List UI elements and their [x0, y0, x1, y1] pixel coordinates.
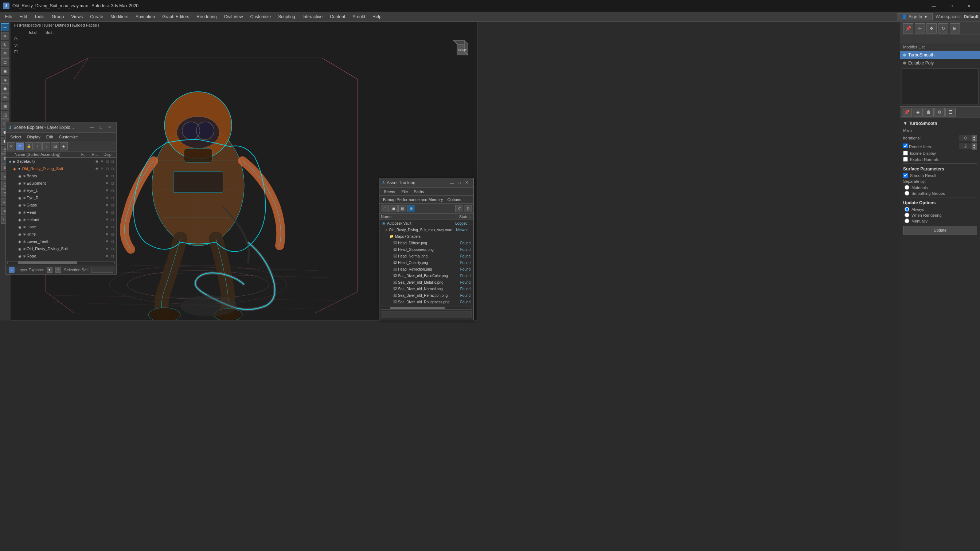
pin-modifier-btn[interactable]: 📌 [902, 108, 912, 116]
render2-icon[interactable]: ◻ [110, 224, 115, 229]
list-item[interactable]: 🖼 Sea_Diver_old_Roughness.png Found [379, 299, 473, 305]
freeze-icon[interactable]: ❄ [100, 159, 105, 164]
freeze2-icon[interactable]: ❅ [105, 254, 110, 259]
list-item[interactable]: ◉ ◉ Head ❅ ◻ [6, 209, 116, 216]
freeze2-icon[interactable]: ❅ [105, 188, 110, 193]
list-item[interactable]: 3 Old_Rusty_Diving_Suit_max_vray.max Net… [379, 227, 473, 233]
tool7-button[interactable]: ◈ [1, 76, 9, 84]
modifier-editablepoly[interactable]: Editable Poly [900, 59, 980, 67]
freeze2-icon[interactable]: ❅ [105, 181, 110, 186]
at-tb-btn4[interactable]: ⊞ [407, 205, 415, 212]
rp-btn-move[interactable]: ✥ [926, 23, 937, 33]
list-item[interactable]: ◉ ◉ Lower_Teeth ❅ ◻ [6, 238, 116, 245]
menu-customize[interactable]: Customize [247, 13, 275, 21]
render-icon[interactable]: ◻ [105, 166, 110, 171]
se-tb-btn5[interactable]: ↓ [42, 142, 50, 151]
list-item[interactable]: 🖼 Head_Opacity.png Found [379, 259, 473, 266]
isoline-checkbox[interactable] [903, 151, 908, 156]
menu-rendering[interactable]: Rendering [193, 13, 220, 21]
configure-btn[interactable]: ⚙ [934, 108, 945, 116]
spin-up[interactable]: ▲ [972, 135, 977, 138]
make-unique-btn[interactable]: ◈ [913, 108, 923, 116]
at-tb-btn2[interactable]: ◼ [390, 205, 398, 212]
manually-radio[interactable] [905, 219, 909, 223]
at-menu-paths[interactable]: Paths [411, 189, 427, 194]
list-item[interactable]: ◆ ▼ Old_Rusty_Diving_Suit ◉ ❄ ◻ ◻ [6, 165, 116, 172]
remove-modifier-btn[interactable]: 🗑 [924, 108, 934, 116]
list-item[interactable]: ◉ ◉ Old_Rusty_Diving_Suit ❅ ◻ [6, 245, 116, 252]
list-item[interactable]: 🖼 Sea_Diver_old_BaseColor.png Found [379, 272, 473, 279]
render-iters-checkbox[interactable] [903, 143, 908, 148]
freeze2-icon[interactable]: ❅ [105, 224, 110, 229]
smoothing-groups-radio[interactable] [905, 191, 909, 195]
materials-radio[interactable] [905, 185, 909, 190]
render2-icon[interactable]: ◻ [110, 173, 115, 178]
at-close-btn[interactable]: ✕ [463, 179, 471, 186]
list-item[interactable]: 📁 Maps / Shaders [379, 233, 473, 240]
menu-arnold[interactable]: Arnold [349, 13, 369, 21]
viewport-nav-cube[interactable]: HOME [452, 39, 473, 60]
minimize-button[interactable]: — [925, 0, 942, 12]
scale-tool-button[interactable]: ⊞ [1, 49, 9, 57]
render2-icon[interactable]: ◻ [110, 188, 115, 193]
menu-scripting[interactable]: Scripting [274, 13, 299, 21]
layer-add-btn[interactable]: + [56, 267, 61, 273]
render2-icon[interactable]: ◻ [110, 246, 115, 251]
menu-file[interactable]: File [2, 13, 16, 21]
render2-icon[interactable]: ◻ [110, 202, 115, 208]
se-tb-btn4[interactable]: ↑ [33, 142, 41, 151]
list-item[interactable]: 🖼 Head_Reflection.png Found [379, 266, 473, 272]
render-icon[interactable]: ◻ [105, 159, 110, 164]
tool5-button[interactable]: ⊡ [1, 58, 9, 66]
at-tb-btn1[interactable]: ◻ [381, 205, 389, 212]
se-tb-btn7[interactable]: ◈ [60, 142, 68, 151]
render-iters-spinner[interactable]: 2 ▲ ▼ [959, 143, 977, 149]
freeze2-icon[interactable]: ❅ [105, 195, 110, 200]
list-item[interactable]: 🖼 Sea_Diver_old_Normal.png Found [379, 286, 473, 292]
settings-btn[interactable]: ☰ [945, 108, 956, 116]
se-tb-btn3[interactable]: 🔒 [25, 142, 33, 151]
rp-btn-pin[interactable]: 📌 [903, 23, 913, 33]
spin-down[interactable]: ▼ [972, 146, 977, 150]
list-item[interactable]: ◉ ◉ Glass ❅ ◻ [6, 202, 116, 209]
se-menu-select[interactable]: Select [7, 134, 24, 140]
menu-create[interactable]: Create [86, 13, 107, 21]
selection-set-input[interactable] [91, 267, 113, 273]
freeze2-icon[interactable]: ❅ [105, 202, 110, 208]
at-sub-bitmap[interactable]: Bitmap Performance and Memory [381, 197, 445, 202]
list-item[interactable]: 🖼 Head_Normal.png Found [379, 253, 473, 259]
display-icon[interactable]: ◻ [110, 166, 115, 171]
tool9-button[interactable]: ◎ [1, 93, 9, 101]
render2-icon[interactable]: ◻ [110, 210, 115, 215]
rp-btn-scale[interactable]: ⊞ [950, 23, 960, 33]
render2-icon[interactable]: ◻ [110, 181, 115, 186]
explicit-normals-checkbox[interactable] [903, 157, 908, 162]
at-tb-btn3[interactable]: ▤ [398, 205, 406, 212]
list-item[interactable]: ◉ ◉ Rope ❅ ◻ [6, 252, 116, 260]
list-item[interactable]: ▣ Autodesk Vault Logged... [379, 220, 473, 227]
freeze2-icon[interactable]: ❅ [105, 217, 110, 222]
sign-in-button[interactable]: 👤 Sign In ▼ [897, 13, 932, 21]
menu-interactive[interactable]: Interactive [299, 13, 326, 21]
list-item[interactable]: ◉ ◉ Eye_L ❅ ◻ [6, 187, 116, 194]
menu-tools[interactable]: Tools [30, 13, 48, 21]
list-item[interactable]: ◉ ◉ Hose ❅ ◻ [6, 223, 116, 230]
rp-btn-select[interactable]: ⊹ [915, 23, 925, 33]
layer-options-btn[interactable]: ▼ [47, 267, 52, 273]
menu-graph-editors[interactable]: Graph Editors [159, 13, 193, 21]
se-tb-btn1[interactable]: ✕ [7, 142, 15, 151]
render2-icon[interactable]: ◻ [110, 254, 115, 259]
tool10-button[interactable]: ▦ [1, 102, 9, 110]
update-button[interactable]: Update [903, 226, 977, 235]
at-path-input[interactable] [381, 311, 472, 318]
list-item[interactable]: 🖼 Head_Glossiness.png Found [379, 246, 473, 253]
tool8-button[interactable]: ◉ [1, 84, 9, 92]
at-maximize-btn[interactable]: □ [456, 180, 463, 186]
freeze2-icon[interactable]: ❅ [105, 246, 110, 251]
menu-civil-view[interactable]: Civil View [221, 13, 247, 21]
list-item[interactable]: ◉ ◉ Equipment ❅ ◻ [6, 179, 116, 187]
freeze-icon[interactable]: ❄ [100, 166, 105, 171]
list-item[interactable]: ◉ ◉ Boots ❅ ◻ [6, 172, 116, 179]
list-item[interactable]: ◈ ▶ 0 (default) ◉ ❄ ◻ ◻ [6, 158, 116, 165]
se-tb-btn2[interactable]: ≡ [16, 142, 24, 151]
